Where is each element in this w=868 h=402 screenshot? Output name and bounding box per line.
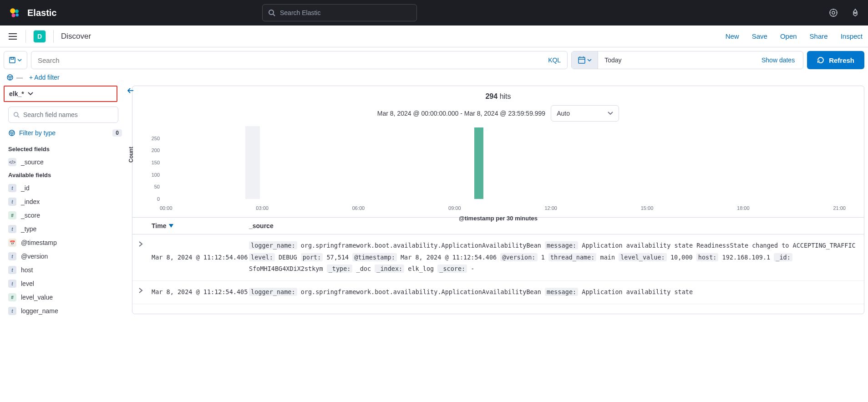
doc-source: logger_name: org.springframework.boot.av… (249, 240, 864, 275)
interval-value: Auto (557, 110, 570, 117)
filter-by-type[interactable]: Filter by type 0 (4, 127, 127, 139)
field-key: logger_name: (249, 288, 297, 296)
x-tick: 06:00 (352, 205, 365, 211)
svg-line-23 (18, 116, 20, 118)
date-range-label[interactable]: Today (598, 51, 753, 69)
query-language-toggle[interactable]: KQL (548, 56, 561, 64)
field-key: logger_name: (249, 241, 297, 249)
interval-select[interactable]: Auto (551, 105, 619, 122)
doc-row: Mar 8, 2024 @ 11:12:54.405logger_name: o… (132, 281, 864, 304)
expand-row-icon[interactable] (132, 286, 149, 298)
filter-icon (8, 129, 15, 137)
field-key: level: (249, 253, 275, 261)
filter-menu-icon[interactable]: — (6, 74, 23, 81)
text-token-icon: t (8, 307, 16, 315)
expand-row-icon[interactable] (132, 240, 149, 275)
chart-plot-area[interactable] (160, 126, 846, 199)
field-item[interactable]: thost (4, 263, 127, 277)
source-token-icon: </> (8, 158, 16, 166)
saved-query-button[interactable] (4, 51, 27, 69)
field-name: @version (21, 253, 48, 260)
field-item[interactable]: t_index (4, 195, 127, 209)
open-link[interactable]: Open (780, 32, 797, 40)
query-input[interactable]: KQL (31, 51, 568, 69)
time-column-header[interactable]: Time (149, 222, 249, 229)
expand-col (132, 222, 149, 229)
field-key: _score: (437, 265, 467, 273)
date-picker[interactable]: Today Show dates (571, 51, 803, 69)
chevron-down-icon (17, 59, 22, 61)
search-icon (268, 9, 275, 16)
x-tick: 12:00 (544, 205, 557, 211)
field-item[interactable]: 📅@timestamp (4, 236, 127, 249)
doc-source: logger_name: org.springframework.boot.av… (249, 286, 864, 298)
svg-point-4 (269, 10, 274, 15)
text-token-icon: t (8, 252, 16, 260)
refresh-icon (817, 56, 824, 64)
global-search-placeholder: Search Elastic (280, 9, 320, 16)
chevron-down-icon (28, 92, 33, 96)
field-name: level_value (21, 294, 53, 301)
field-name: logger_name (21, 307, 58, 315)
global-search[interactable]: Search Elastic (262, 4, 417, 21)
chevron-down-icon (608, 112, 613, 115)
elastic-logo-icon[interactable] (7, 5, 22, 20)
page-header: D Discover NewSaveOpenShareInspect (0, 25, 868, 47)
field-item[interactable]: tlogger_name (4, 304, 127, 318)
share-link[interactable]: Share (810, 32, 828, 40)
x-tick: 03:00 (256, 205, 269, 211)
svg-rect-13 (579, 57, 585, 63)
inspect-link[interactable]: Inspect (841, 32, 863, 40)
svg-rect-11 (10, 57, 15, 63)
brand-name[interactable]: Elastic (27, 8, 56, 18)
date-token-icon: 📅 (8, 239, 16, 247)
results-panel: 294 hits Mar 8, 2024 @ 00:00:00.000 - Ma… (132, 86, 864, 314)
source-column-header[interactable]: _source (249, 222, 864, 229)
save-link[interactable]: Save (752, 32, 767, 40)
svg-rect-12 (11, 57, 14, 59)
field-item[interactable]: #_score (4, 209, 127, 222)
histogram-bar[interactable] (474, 127, 483, 199)
help-icon[interactable] (850, 7, 861, 18)
collapse-sidebar-icon[interactable] (127, 87, 134, 95)
index-pattern-label: elk_* (9, 90, 24, 97)
y-axis: 050100150200250 (142, 126, 160, 199)
query-input-field[interactable] (38, 56, 561, 64)
field-key: @version: (500, 253, 537, 261)
divider (25, 30, 26, 43)
chevron-down-icon (587, 59, 592, 61)
field-key: message: (545, 241, 578, 249)
filter-bar: — + Add filter (0, 69, 868, 86)
add-filter-button[interactable]: + Add filter (29, 74, 60, 81)
field-item[interactable]: #level_value (4, 290, 127, 304)
save-icon (9, 57, 15, 63)
nav-toggle-icon[interactable] (5, 29, 20, 44)
field-key: @timestamp: (352, 253, 396, 261)
calendar-icon[interactable] (572, 51, 598, 69)
text-token-icon: t (8, 280, 16, 288)
hits-count: 294 (485, 92, 497, 100)
svg-point-3 (15, 14, 19, 17)
svg-point-0 (10, 8, 15, 13)
field-item[interactable]: t@version (4, 249, 127, 263)
field-item[interactable]: t_id (4, 181, 127, 195)
time-brush[interactable] (245, 126, 259, 199)
refresh-button[interactable]: Refresh (807, 51, 864, 69)
x-axis-label: @timestamp per 30 minutes (132, 215, 864, 222)
field-search-input[interactable]: Search field names (8, 107, 118, 123)
svg-point-6 (830, 9, 837, 16)
field-key: _id: (774, 253, 792, 261)
new-link[interactable]: New (726, 32, 739, 40)
field-item[interactable]: </>_source (4, 155, 127, 169)
space-badge[interactable]: D (33, 30, 46, 43)
newsfeed-icon[interactable] (828, 7, 839, 18)
available-fields-label: Available fields (4, 169, 127, 181)
histogram-chart[interactable]: Count 050100150200250 00:0003:0006:0009:… (132, 126, 864, 217)
index-pattern-select[interactable]: elk_* (4, 86, 117, 102)
field-item[interactable]: t_type (4, 222, 127, 236)
field-name: _type (21, 225, 36, 233)
show-dates-link[interactable]: Show dates (753, 51, 803, 69)
svg-line-5 (273, 14, 275, 16)
field-item[interactable]: tlevel (4, 277, 127, 290)
svg-point-7 (832, 11, 835, 14)
